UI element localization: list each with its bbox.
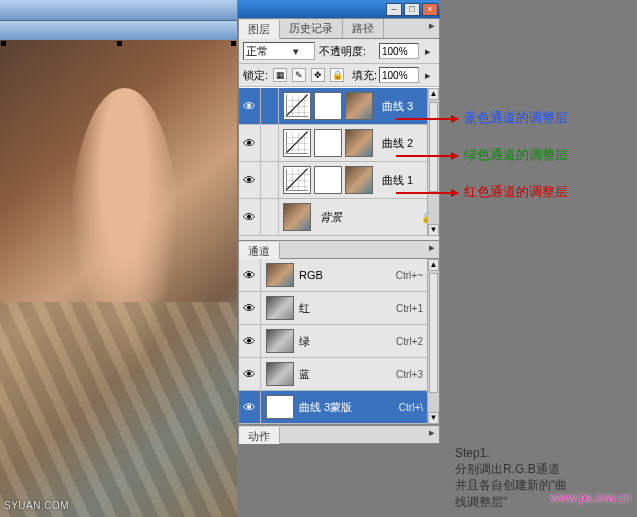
channel-row-blue[interactable]: 👁 蓝 Ctrl+3: [239, 358, 439, 391]
layers-panel: 图层 历史记录 路径 ▸ 正常 ▾ 不透明度: 100% ▸ 锁定: ▦ ✎ ✥…: [238, 18, 440, 241]
layer-name[interactable]: 背景: [315, 210, 342, 225]
visibility-eye-icon[interactable]: 👁: [239, 199, 261, 235]
lock-position-icon[interactable]: ✥: [311, 68, 325, 82]
visibility-eye-icon[interactable]: 👁: [239, 325, 261, 357]
panel-menu-icon[interactable]: ▸: [425, 19, 439, 38]
scroll-down-icon[interactable]: ▼: [428, 224, 439, 236]
lock-label: 锁定:: [243, 68, 268, 83]
actions-panel-stub: 动作 ▸: [238, 425, 440, 444]
image-canvas[interactable]: SYUAN.COM: [0, 40, 237, 517]
annotation-green: 绿色通道的调整层: [464, 146, 568, 164]
visibility-eye-icon[interactable]: 👁: [239, 125, 261, 161]
channel-row-curves3-mask[interactable]: 👁 曲线 3蒙版 Ctrl+\: [239, 391, 439, 424]
scroll-thumb[interactable]: [429, 102, 438, 192]
layer-list: 👁 曲线 3 👁 曲线 2 👁: [239, 87, 439, 236]
curves-adjustment-thumb[interactable]: [283, 166, 311, 194]
channels-panel: 通道 ▸ 👁 RGB Ctrl+~ 👁 红 Ctrl+1 👁 绿 Ctrl+2: [238, 241, 440, 425]
layer-name[interactable]: 曲线 2: [377, 136, 413, 151]
minimize-button[interactable]: –: [386, 3, 402, 16]
photo: [0, 40, 237, 517]
actions-tab-bar: 动作 ▸: [239, 425, 439, 443]
lock-all-icon[interactable]: 🔒: [330, 68, 344, 82]
arrow-line: [396, 192, 458, 194]
channel-name: RGB: [299, 269, 396, 281]
lock-fill-row: 锁定: ▦ ✎ ✥ 🔒 填充: 100% ▸: [239, 64, 439, 87]
channel-list: 👁 RGB Ctrl+~ 👁 红 Ctrl+1 👁 绿 Ctrl+2 👁 蓝: [239, 259, 439, 424]
channel-name: 红: [299, 301, 396, 316]
transform-handle-tc[interactable]: [117, 41, 122, 46]
document-titlebar-1[interactable]: [0, 0, 237, 20]
tab-actions[interactable]: 动作: [239, 427, 280, 444]
channel-scrollbar[interactable]: ▲ ▼: [427, 259, 439, 424]
channel-thumb: [266, 362, 294, 386]
step-line1: 分别调出R.G.B通道: [455, 461, 567, 477]
layer-name[interactable]: 曲线 3: [377, 99, 413, 114]
blend-mode-select[interactable]: 正常 ▾: [243, 42, 315, 60]
transform-handle-tl[interactable]: [1, 41, 6, 46]
curves-adjustment-thumb[interactable]: [283, 129, 311, 157]
step-line3: 线调整层": [455, 494, 567, 510]
visibility-eye-icon[interactable]: 👁: [239, 391, 261, 423]
visibility-eye-icon[interactable]: 👁: [239, 88, 261, 124]
close-button[interactable]: ×: [422, 3, 438, 16]
link-cell[interactable]: [261, 162, 279, 198]
tab-history[interactable]: 历史记录: [280, 19, 343, 38]
step-text: Step1. 分别调出R.G.B通道 并且各自创建新的"曲 线调整层": [455, 445, 567, 510]
transform-handle-tr[interactable]: [231, 41, 236, 46]
panel-window-titlebar[interactable]: – □ ×: [238, 0, 440, 18]
chevron-down-icon[interactable]: ▾: [279, 45, 312, 58]
layer-mask-thumb[interactable]: [314, 92, 342, 120]
layer-mask-thumb[interactable]: [314, 129, 342, 157]
visibility-eye-icon[interactable]: 👁: [239, 259, 261, 291]
layer-thumb[interactable]: [283, 203, 311, 231]
step-title: Step1.: [455, 445, 567, 461]
tab-channels[interactable]: 通道: [239, 242, 280, 259]
tab-paths[interactable]: 路径: [343, 19, 384, 38]
channel-name: 绿: [299, 334, 396, 349]
visibility-eye-icon[interactable]: 👁: [239, 358, 261, 390]
layer-name[interactable]: 曲线 1: [377, 173, 413, 188]
layer-row-background[interactable]: 👁 背景 🔒: [239, 199, 439, 236]
link-cell[interactable]: [261, 199, 279, 235]
visibility-eye-icon[interactable]: 👁: [239, 162, 261, 198]
channels-tab-bar: 通道 ▸: [239, 241, 439, 259]
scroll-thumb[interactable]: [429, 273, 438, 393]
channel-row-green[interactable]: 👁 绿 Ctrl+2: [239, 325, 439, 358]
channel-thumb: [266, 329, 294, 353]
scroll-up-icon[interactable]: ▲: [428, 259, 439, 271]
maximize-button[interactable]: □: [404, 3, 420, 16]
annotation-blue: 蓝色通道的调整层: [464, 109, 568, 127]
fill-flyout-icon[interactable]: ▸: [421, 69, 435, 82]
link-cell[interactable]: [261, 88, 279, 124]
blend-opacity-row: 正常 ▾ 不透明度: 100% ▸: [239, 39, 439, 64]
clip-thumb[interactable]: [345, 129, 373, 157]
layer-mask-thumb[interactable]: [314, 166, 342, 194]
step-line2: 并且各自创建新的"曲: [455, 477, 567, 493]
annotation-red: 红色通道的调整层: [464, 183, 568, 201]
opacity-label: 不透明度:: [319, 44, 366, 59]
curves-adjustment-thumb[interactable]: [283, 92, 311, 120]
channel-thumb: [266, 296, 294, 320]
clip-thumb[interactable]: [345, 166, 373, 194]
panels: – □ × 图层 历史记录 路径 ▸ 正常 ▾ 不透明度: 100% ▸ 锁定:…: [238, 0, 440, 444]
scroll-down-icon[interactable]: ▼: [428, 412, 439, 424]
panel-menu-icon[interactable]: ▸: [425, 241, 439, 258]
lock-pixels-icon[interactable]: ✎: [292, 68, 306, 82]
opacity-flyout-icon[interactable]: ▸: [421, 45, 435, 58]
document-area: SYUAN.COM: [0, 0, 237, 517]
link-cell[interactable]: [261, 125, 279, 161]
layer-scrollbar[interactable]: ▲ ▼: [427, 88, 439, 236]
lock-transparency-icon[interactable]: ▦: [273, 68, 287, 82]
image-watermark: SYUAN.COM: [4, 500, 69, 511]
fill-input[interactable]: 100%: [379, 67, 419, 83]
document-titlebar-2[interactable]: [0, 20, 237, 40]
panel-menu-icon[interactable]: ▸: [425, 426, 439, 443]
opacity-input[interactable]: 100%: [379, 43, 419, 59]
tab-layers[interactable]: 图层: [239, 20, 280, 39]
scroll-up-icon[interactable]: ▲: [428, 88, 439, 100]
visibility-eye-icon[interactable]: 👁: [239, 292, 261, 324]
channel-name: 曲线 3蒙版: [299, 400, 399, 415]
channel-row-red[interactable]: 👁 红 Ctrl+1: [239, 292, 439, 325]
channel-row-rgb[interactable]: 👁 RGB Ctrl+~: [239, 259, 439, 292]
clip-thumb[interactable]: [345, 92, 373, 120]
